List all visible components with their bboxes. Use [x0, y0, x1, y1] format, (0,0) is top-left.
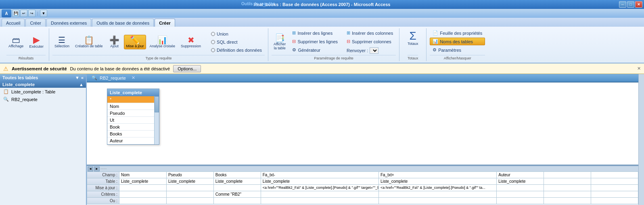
totaux-button[interactable]: Σ Totaux — [403, 29, 423, 47]
champ-empty1[interactable] — [544, 172, 591, 178]
field-asterisk[interactable]: * — [107, 96, 159, 103]
champ-nom[interactable]: Nom — [119, 172, 167, 178]
champ-fa-txt+[interactable]: Fa_txt+ — [378, 172, 496, 178]
field-book[interactable]: Book — [107, 124, 159, 131]
executer-button[interactable]: ▶ Exécuter — [27, 34, 46, 50]
crit-pseudo[interactable] — [166, 191, 213, 198]
table-auteur[interactable]: Liste_complete — [497, 178, 544, 185]
ou-empty2[interactable] — [591, 198, 638, 204]
renvoyer-select[interactable] — [370, 47, 378, 54]
union-button[interactable]: Union — [208, 30, 265, 38]
mj-auteur[interactable] — [497, 185, 544, 191]
crit-nom[interactable] — [119, 191, 167, 198]
mj-fa-txt-[interactable]: <a href=""RealBk2_Fa\" & [Liste_complete… — [261, 185, 378, 191]
afficher-table-button[interactable]: 📑 Afficherla table — [272, 33, 288, 52]
creation-table-button[interactable]: 📋 Création de table — [73, 35, 105, 50]
table-pseudo[interactable]: Liste_complete — [166, 178, 213, 185]
query-tab-close[interactable]: ✕ — [132, 75, 135, 80]
field-nom[interactable]: Nom — [107, 103, 159, 110]
crit-fa-txt-[interactable] — [261, 191, 378, 198]
options-button[interactable]: Options... — [173, 65, 201, 72]
security-close-button[interactable]: ✕ — [637, 66, 641, 71]
crit-books[interactable]: Comme "RB2" — [213, 191, 261, 198]
table-empty1[interactable] — [544, 178, 591, 185]
champ-fa-txt-[interactable]: Fa_txt- — [261, 172, 378, 178]
mise-a-jour-button[interactable]: ✏️ Mise à jour — [124, 35, 146, 50]
noms-tables-button[interactable]: 📊 Noms des tables — [430, 38, 485, 45]
afficher-table-icon: 📑 — [275, 34, 285, 42]
tab-accueil[interactable]: Accueil — [2, 19, 25, 27]
champ-books[interactable]: Books — [213, 172, 261, 178]
tab-outils-bdd[interactable]: Outils de base de données — [92, 19, 154, 27]
horizontal-scrollbar[interactable]: ◄ ► ······· — [87, 166, 638, 171]
tab-creer[interactable]: Créer — [25, 19, 46, 27]
undo-btn[interactable]: ↩ — [20, 10, 27, 17]
table-scrollbar[interactable] — [154, 96, 159, 144]
supprimer-colonnes-button[interactable]: ⊟ Supprimer colonnes — [344, 38, 396, 45]
ou-pseudo[interactable] — [166, 198, 213, 204]
parametres-button[interactable]: ⚙ Paramètres — [430, 46, 485, 54]
scroll-left-btn[interactable]: ◄ — [88, 167, 93, 171]
tab-creer-active[interactable]: Créer — [155, 19, 175, 27]
mj-empty2[interactable] — [591, 185, 638, 191]
tab-donnees-externes[interactable]: Données externes — [46, 19, 91, 27]
ou-fa-txt+[interactable] — [378, 198, 496, 204]
nav-item-liste-complete-table[interactable]: 📋 Liste_complete : Table — [0, 88, 86, 95]
save-quickaccess-btn[interactable]: 💾 — [12, 10, 19, 17]
table-fa-txt-[interactable]: Liste_complete — [261, 178, 378, 185]
nav-section-collapse-icon[interactable]: ▲ — [79, 82, 84, 87]
nav-dropdown-icon[interactable]: ▼ — [75, 75, 79, 80]
close-button[interactable]: ✕ — [635, 1, 642, 8]
definition-donnees-button[interactable]: Définition des données — [208, 46, 265, 54]
field-books[interactable]: Books — [107, 131, 159, 137]
generateur-button[interactable]: ⚙ Générateur — [289, 46, 341, 54]
field-ut[interactable]: Ut — [107, 117, 159, 124]
redo-btn[interactable]: ↪ — [28, 10, 36, 17]
mj-pseudo[interactable] — [166, 185, 213, 191]
supprimer-lignes-button[interactable]: ⊟ Supprimer les lignes — [289, 38, 341, 45]
nav-collapse-icon[interactable]: « — [81, 75, 84, 80]
selection-button[interactable]: ☰ Sélection — [52, 35, 71, 50]
table-empty2[interactable] — [591, 178, 638, 185]
navigation-pane: Toutes les tables ▼ « Liste_complete ▲ 📋… — [0, 74, 87, 205]
scroll-right-btn[interactable]: ► — [94, 167, 100, 171]
mj-empty1[interactable] — [544, 185, 591, 191]
ou-books[interactable] — [213, 198, 261, 204]
inserer-lignes-button[interactable]: ⊞ Insérer des lignes — [289, 29, 341, 37]
affichage-button[interactable]: 🗃 Affichage — [6, 35, 25, 50]
table-books[interactable]: Liste_complete — [213, 178, 261, 185]
quickaccess-dropdown[interactable]: ▼ — [40, 10, 47, 17]
feuille-proprietes-button[interactable]: 📄 Feuille des propriétés — [430, 29, 485, 37]
ou-fa-txt-[interactable] — [261, 198, 378, 204]
inserer-colonnes-button[interactable]: ⊞ Insérer des colonnes — [344, 29, 396, 37]
vertical-scrollbar[interactable] — [638, 74, 644, 205]
table-fa-txt+[interactable]: Liste_complete — [378, 178, 496, 185]
mj-nom[interactable] — [119, 185, 167, 191]
champ-pseudo[interactable]: Pseudo — [166, 172, 213, 178]
sql-direct-button[interactable]: SQL direct — [208, 38, 265, 46]
mj-books[interactable] — [213, 185, 261, 191]
crit-fa-txt+[interactable] — [378, 191, 496, 198]
ou-auteur[interactable] — [497, 198, 544, 204]
crit-auteur[interactable] — [497, 191, 544, 198]
champ-empty2[interactable] — [591, 172, 638, 178]
renvoyer-button[interactable]: Renvoyer : — [344, 46, 396, 55]
crit-empty2[interactable] — [591, 191, 638, 198]
crit-empty1[interactable] — [544, 191, 591, 198]
minimize-button[interactable]: ─ — [619, 1, 626, 8]
suppression-button[interactable]: ✖ Suppression — [179, 35, 203, 50]
table-nom[interactable]: Liste_complete — [119, 178, 167, 185]
champ-auteur[interactable]: Auteur — [497, 172, 544, 178]
table-box-header: Liste_complete — [107, 89, 159, 96]
analyse-croisee-button[interactable]: 📊 Analyse croisée — [148, 35, 178, 50]
mj-fa-txt+[interactable]: <a href=""RealBk2_Fa\" & [Liste_complete… — [378, 185, 496, 191]
ou-nom[interactable] — [119, 198, 167, 204]
field-pseudo[interactable]: Pseudo — [107, 110, 159, 117]
query-icon: 🔍 — [3, 97, 9, 102]
nav-item-rb2-requete[interactable]: 🔍 RB2_requete — [0, 95, 86, 103]
ou-empty1[interactable] — [544, 198, 591, 204]
field-auteur[interactable]: Auteur — [107, 137, 159, 144]
maximize-button[interactable]: □ — [627, 1, 634, 8]
ajout-button[interactable]: ➕ Ajout — [106, 35, 122, 50]
office-button[interactable]: A — [2, 9, 11, 17]
